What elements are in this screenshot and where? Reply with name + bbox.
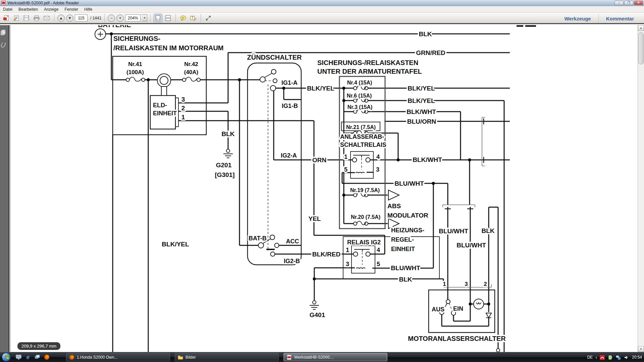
diagram-label: REGEL- [391,236,414,243]
print-button[interactable] [32,14,41,22]
diagram-label: G401 [310,311,325,318]
diagram-label: Nr.21 (7.5A) [346,124,376,130]
diagram-label: 1 [181,114,185,121]
taskbar-button-werkstatthb[interactable]: WerkstattHB-S2000.... [283,353,387,361]
menu-hilfe[interactable]: Hilfe [81,6,95,12]
maximize-button[interactable]: ❐ [624,1,633,5]
diagram-label: 5 [344,166,347,173]
export-button[interactable] [12,14,21,22]
diagram-label: ABS [387,202,401,209]
export-icon [13,15,20,21]
wire-junction-dot [110,33,113,36]
volume-icon[interactable] [624,355,629,360]
sticky-note-button[interactable] [179,14,187,22]
wire-junction-dot [487,303,490,306]
minimize-button[interactable]: – [614,1,624,5]
zoom-in-button[interactable]: + [116,14,124,22]
diagram-label: YEL [309,215,321,222]
close-button[interactable]: ✕ [634,1,643,5]
next-page-button[interactable]: ▼ [66,14,73,22]
kommentar-button[interactable]: Kommentar [599,16,641,21]
email-button[interactable] [42,14,51,22]
scrolling-mode-button[interactable] [154,14,162,22]
wire-junction-dot [469,303,472,306]
diagram-label: SICHERUNGS-/RELAISKASTEN [317,59,418,66]
werkzeuge-button[interactable]: Werkzeuge [557,16,598,21]
diagram-label: AUS [432,306,444,313]
fit-width-button[interactable] [164,14,172,22]
windows-logo-icon [4,355,8,359]
zoom-level-input[interactable] [125,14,141,21]
show-desktop-icon[interactable] [15,354,22,360]
create-pdf-button[interactable] [2,14,11,22]
diagram-label: BLK/YEL [307,85,334,92]
save-button[interactable] [22,14,31,22]
zoom-out-button[interactable]: − [108,14,115,22]
taskbar-button-bilder[interactable]: Bilder [175,353,279,361]
taskbar-button-honda-s2000[interactable]: 1.Honda S2000 Own... [66,353,170,361]
svg-text:T: T [192,16,194,20]
diagram-label: BLK/YEL [408,97,435,104]
create-pdf-icon [3,15,10,21]
menu-anzeige[interactable]: Anzeige [41,6,61,12]
zoom-dropdown-button[interactable]: ▼ [142,14,147,21]
diagram-label: BLK [221,130,234,137]
diagram-label: IG2-B [284,258,300,264]
diagram-label: BLK [481,227,494,234]
page-size-badge: 209,9 x 296,7 mm [17,342,60,350]
wire-junction-dot [432,182,435,185]
diagram-label: IG1-B [282,103,298,109]
menu-bearbeiten[interactable]: Bearbeiten [15,6,41,12]
vertical-scrollbar[interactable]: ▲ ▼ [638,25,644,352]
diagram-label: (100A) [126,69,144,75]
network-icon[interactable] [616,355,621,360]
tray-expand-chevron[interactable]: ‹ [595,355,597,360]
diagram-label: UNTER DER ARMATURENTAFEL [317,68,422,75]
power-plug-icon[interactable] [608,355,613,360]
wire-junction-dot [342,99,345,102]
text-annotation-button[interactable]: T [189,14,198,22]
previous-page-button[interactable]: ▲ [57,14,65,22]
diagram-label: SICHERUNGS- [113,35,160,42]
sticky-note-icon [180,15,186,21]
diagram-label: BAT-B [249,235,267,242]
fullscreen-button[interactable] [204,14,213,22]
attachments-paperclip-icon[interactable] [0,41,6,48]
diagram-label: 3 [376,166,379,173]
language-indicator[interactable]: DE [587,355,593,360]
start-button[interactable] [2,353,11,362]
page-thumbnails-icon[interactable] [0,29,6,36]
save-icon [23,15,30,21]
toolbar: ▲ ▼ / 1441 − + ▼ T Werkzeuge Kommentar [0,13,644,24]
diagram-label: Nr.19 (7.5A) [350,187,380,193]
diagram-label: 1 [344,154,347,160]
wire-junction-dot [468,159,471,162]
diagram-label: (40A) [184,69,199,75]
page-number-input[interactable] [75,14,88,21]
scrollbar-thumb[interactable] [638,33,644,64]
scroll-down-arrow[interactable]: ▼ [638,346,644,352]
scroll-up-arrow[interactable]: ▲ [638,25,644,31]
diagram-label: BLK/RED [312,251,340,258]
page-total: / 1441 [90,16,101,20]
internet-explorer-icon[interactable]: e [25,354,31,360]
diagram-label: ACC [286,238,299,245]
window-switcher-icon[interactable] [34,354,41,360]
diagram-label: /RELAISKASTEN IM MOTORRAUM [113,44,224,52]
diagram-label: BATTERIE [98,25,131,28]
diagram-label: Nr.42 [184,61,198,67]
menu-datei[interactable]: Datei [0,6,15,12]
wire-junction-dot [342,87,345,90]
avira-icon[interactable] [600,355,605,360]
diagram-label: HEIZUNGS- [391,227,424,234]
clock[interactable]: 20:54 [632,355,642,360]
menu-fenster[interactable]: Fenster [61,6,81,12]
diagram-label: IG2-A [281,152,297,159]
firefox-icon[interactable] [44,354,50,360]
fullscreen-icon [205,15,212,21]
diagram-label: 4 [376,154,380,160]
diagram-label: BLU/WHT [391,264,420,272]
fit-width-icon [165,15,171,21]
diagram-label: BLU/WHT [394,180,424,187]
diagram-label: 4 [377,247,380,253]
